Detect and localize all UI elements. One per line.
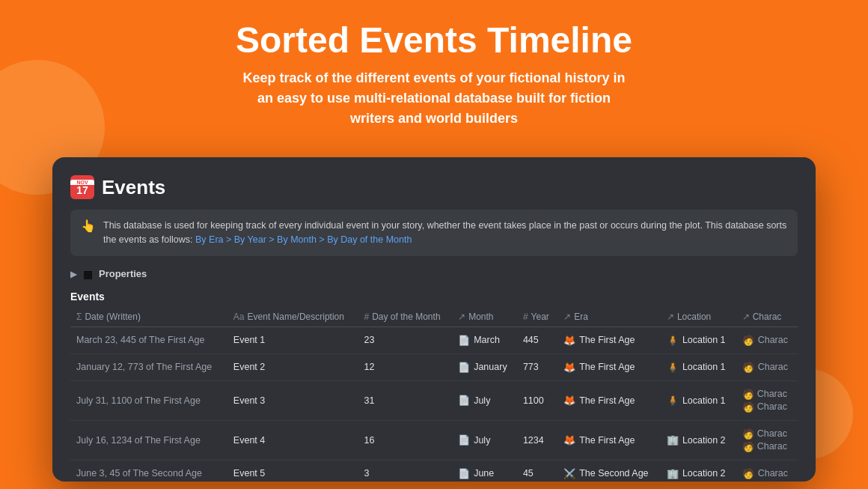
col-day: #Day of the Month [358, 307, 452, 327]
month-doc-icon: 📄 [458, 335, 470, 346]
sigma-icon: Σ [76, 312, 82, 322]
char-icon: 🧑 [742, 468, 754, 479]
cell-era: 🦊The First Age [557, 420, 661, 460]
header: Sorted Events Timeline Keep track of the… [0, 0, 868, 144]
info-text: This database is used for keeping track … [103, 219, 787, 247]
char-icon: 🧑 [742, 389, 754, 400]
cell-month: 📄January [452, 353, 517, 380]
cell-event: Event 1 [227, 326, 358, 353]
era-icon: 🦊 [563, 395, 575, 406]
month-doc-icon: 📄 [458, 362, 470, 373]
location-icon: 🏢 [667, 468, 679, 479]
era-icon: 🦊 [563, 434, 575, 446]
table-row: January 12, 773 of The First AgeEvent 21… [70, 353, 798, 380]
cell-year: 1100 [517, 380, 557, 420]
cell-location: 🏢Location 2 [661, 460, 736, 482]
cell-year: 445 [517, 326, 557, 353]
hash2-icon: # [523, 312, 528, 322]
info-box: 👆 This database is used for keeping trac… [70, 210, 798, 256]
cell-char: 🧑Charac [736, 460, 798, 482]
location-icon: 🏢 [667, 434, 679, 446]
cell-year: 773 [517, 353, 557, 380]
location-icon: 🧍 [667, 362, 679, 373]
cell-date: July 31, 1100 of The First Age [70, 380, 227, 420]
cell-location: 🧍Location 1 [661, 380, 736, 420]
database-card: NOV 17 Events 👆 This database is used fo… [52, 157, 816, 482]
era-icon: 🦊 [563, 362, 575, 373]
col-char: ↗Charac [736, 307, 798, 327]
col-event: AaEvent Name/Description [227, 307, 358, 327]
cell-date: March 23, 445 of The First Age [70, 326, 227, 353]
month-doc-icon: 📄 [458, 395, 470, 406]
location-icon: 🧍 [667, 395, 679, 406]
cell-date: January 12, 773 of The First Age [70, 353, 227, 380]
events-section-label: Events [70, 291, 798, 303]
col-month: ↗Month [452, 307, 517, 327]
events-table: ΣDate (Written) AaEvent Name/Description… [70, 307, 798, 482]
cell-event: Event 5 [227, 460, 358, 482]
cell-day: 3 [358, 460, 452, 482]
cell-event: Event 3 [227, 380, 358, 420]
table-header-row: ΣDate (Written) AaEvent Name/Description… [70, 307, 798, 327]
pointing-icon: 👆 [81, 219, 96, 233]
cell-month: 📄June [452, 460, 517, 482]
page-title: Sorted Events Timeline [15, 21, 853, 61]
col-year: #Year [517, 307, 557, 327]
cell-char: 🧑Charac [736, 353, 798, 380]
cell-location: 🧍Location 1 [661, 326, 736, 353]
cell-day: 31 [358, 380, 452, 420]
cell-month: 📄March [452, 326, 517, 353]
properties-row[interactable]: ▶ ▦ Properties [70, 265, 798, 283]
cell-day: 12 [358, 353, 452, 380]
cell-year: 1234 [517, 420, 557, 460]
cell-year: 45 [517, 460, 557, 482]
col-date: ΣDate (Written) [70, 307, 227, 327]
cell-location: 🏢Location 2 [661, 420, 736, 460]
cell-date: June 3, 45 of The Second Age [70, 460, 227, 482]
cell-day: 23 [358, 326, 452, 353]
events-table-wrapper: ΣDate (Written) AaEvent Name/Description… [70, 307, 798, 482]
char-icon: 🧑 [742, 335, 754, 346]
table-row: June 3, 45 of The Second AgeEvent 53📄Jun… [70, 460, 798, 482]
table-row: July 16, 1234 of The First AgeEvent 416📄… [70, 420, 798, 460]
grid-icon: ▦ [83, 268, 93, 280]
properties-label: Properties [99, 268, 147, 279]
page-subtitle: Keep track of the different events of yo… [15, 68, 853, 129]
calendar-icon: NOV 17 [70, 175, 94, 199]
cell-month: 📄July [452, 420, 517, 460]
month-doc-icon: 📄 [458, 434, 470, 446]
cell-char: 🧑Charac [736, 326, 798, 353]
db-title: Events [102, 176, 165, 199]
cell-day: 16 [358, 420, 452, 460]
arrow-era-icon: ↗ [563, 312, 571, 322]
cell-location: 🧍Location 1 [661, 353, 736, 380]
char-icon: 🧑 [742, 362, 754, 373]
arrow-loc-icon: ↗ [667, 312, 674, 322]
char-icon: 🧑 [742, 428, 754, 440]
db-title-row: NOV 17 Events [70, 175, 798, 199]
arrow-up-right-icon: ↗ [458, 312, 465, 322]
month-doc-icon: 📄 [458, 468, 470, 479]
cell-era: 🦊The First Age [557, 326, 661, 353]
cell-char: 🧑Charac🧑Charac [736, 420, 798, 460]
era-icon: ⚔️ [563, 468, 575, 479]
cell-era: 🦊The First Age [557, 380, 661, 420]
location-icon: 🧍 [667, 335, 679, 346]
cell-month: 📄July [452, 380, 517, 420]
cell-era: 🦊The First Age [557, 353, 661, 380]
table-row: July 31, 1100 of The First AgeEvent 331📄… [70, 380, 798, 420]
aa-icon: Aa [233, 312, 245, 322]
cell-event: Event 2 [227, 353, 358, 380]
char-icon: 🧑 [742, 441, 754, 452]
era-icon: 🦊 [563, 335, 575, 346]
cell-date: July 16, 1234 of The First Age [70, 420, 227, 460]
cell-event: Event 4 [227, 420, 358, 460]
hash-icon: # [364, 312, 369, 322]
arrow-right-icon: ▶ [70, 269, 77, 279]
col-era: ↗Era [557, 307, 661, 327]
char-icon: 🧑 [742, 401, 754, 413]
arrow-char-icon: ↗ [742, 312, 750, 322]
cell-char: 🧑Charac🧑Charac [736, 380, 798, 420]
cell-era: ⚔️The Second Age [557, 460, 661, 482]
table-row: March 23, 445 of The First AgeEvent 123📄… [70, 326, 798, 353]
